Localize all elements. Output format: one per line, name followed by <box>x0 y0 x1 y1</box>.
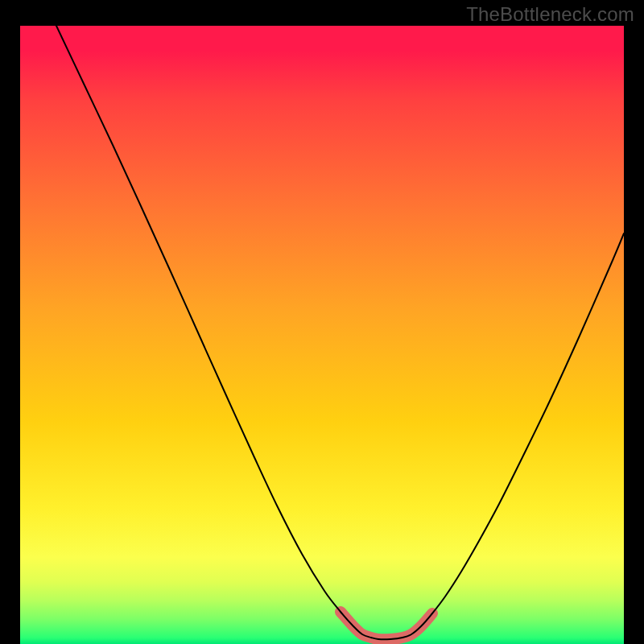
plot-area <box>20 26 624 644</box>
watermark-text: TheBottleneck.com <box>466 3 634 26</box>
curve-svg <box>20 26 624 644</box>
bottleneck-curve <box>56 26 624 639</box>
chart-frame: TheBottleneck.com <box>0 0 644 644</box>
optimal-band <box>341 612 432 639</box>
